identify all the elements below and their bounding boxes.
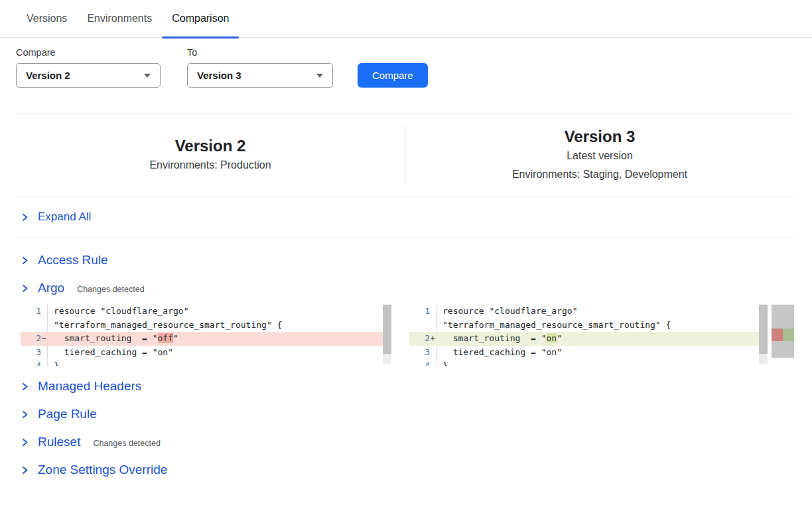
code-text: } [48,359,383,366]
version-left-environments: Environments: Production [149,156,271,175]
line-number-gutter: 3 [409,346,437,360]
code-segment: tiered_caching = "on" [442,347,562,357]
diff-sign [41,319,47,333]
section-title: Argo [38,281,64,295]
scrollbar-thumb[interactable] [383,305,391,354]
to-label: To [187,47,333,58]
section-row-access-rule[interactable]: Access Rule [0,246,812,274]
scrollbar-thumb[interactable] [759,305,768,354]
minimap-removed-marker [772,329,783,341]
chevron-down-icon [316,74,323,78]
code-segment: smart_routing = " [442,333,547,343]
line-number: 1 [425,305,430,319]
version-right-title: Version 3 [565,126,636,147]
diff-sign [430,319,436,333]
code-line: 2− smart_routing = "off" [21,332,383,346]
section-title: Ruleset [38,435,80,449]
diff-sign [430,359,436,366]
diff-sign [430,305,436,319]
code-segment: } [54,360,59,366]
compare-from-select[interactable]: Version 2 [16,63,161,88]
section-row-ruleset[interactable]: RulesetChanges detected [0,428,812,456]
diff-viewer: 1resource "cloudflare_argo""terraform_ma… [21,305,812,366]
section-title: Zone Settings Override [38,463,167,477]
section-row-page-rule[interactable]: Page Rule [0,400,812,428]
section-title: Page Rule [38,407,97,421]
code-line: "terraform_managed_resource_smart_routin… [21,319,383,333]
code-segment: resource "cloudflare_argo" [442,306,578,316]
code-segment: " [173,333,178,343]
tab-comparison[interactable]: Comparison [162,0,239,37]
version-right-column: Version 3 Latest version Environments: S… [405,113,794,196]
line-number-gutter: 4 [21,359,48,366]
compare-from-value: Version 2 [26,70,70,81]
changed-token: off [158,333,173,343]
diff-minimap[interactable] [772,305,794,358]
code-area: 1resource "cloudflare_argo""terraform_ma… [409,305,759,366]
diff-sign: + [430,332,436,346]
minimap-added-marker [783,329,794,341]
version-right-environments: Environments: Staging, Development [512,165,687,184]
code-area: 1resource "cloudflare_argo""terraform_ma… [21,305,383,366]
compare-to-select[interactable]: Version 3 [187,63,333,88]
code-text: tiered_caching = "on" [48,346,383,360]
versions-header: Version 2 Environments: Production Versi… [16,113,794,196]
line-number-gutter: 3 [21,346,48,360]
section-row-managed-headers[interactable]: Managed Headers [0,372,812,400]
section-title: Managed Headers [38,379,141,394]
chevron-right-icon [21,256,29,265]
line-number-gutter [21,319,48,333]
divider [16,238,794,238]
code-segment: resource "cloudflare_argo" [54,306,189,316]
scrollbar-left[interactable] [383,305,391,364]
code-text: tiered_caching = "on" [437,346,759,360]
code-line: 3 tiered_caching = "on" [21,346,383,360]
line-number-gutter [409,319,437,333]
chevron-right-icon [21,410,29,419]
tabs-bar: VersionsEnvironmentsComparison [0,0,812,38]
line-number: 3 [425,346,430,360]
line-number: 1 [36,305,41,319]
line-number-gutter: 1 [21,305,48,319]
changes-detected-badge: Changes detected [93,439,160,448]
chevron-right-icon [21,213,29,222]
line-number: 2 [36,332,41,346]
tab-environments[interactable]: Environments [77,0,162,37]
line-number: 4 [36,359,41,366]
code-text: resource "cloudflare_argo" [437,305,759,319]
compare-button[interactable]: Compare [358,63,428,88]
diff-sign [41,305,47,319]
diff-panel-right: 1resource "cloudflare_argo""terraform_ma… [409,305,768,366]
section-title: Access Rule [38,253,108,267]
expand-all-button[interactable]: Expand All [0,196,812,238]
diff-sign [41,359,47,366]
line-number-gutter: 2+ [409,332,437,346]
scrollbar-right[interactable] [759,305,768,364]
code-line: "terraform_managed_resource_smart_routin… [409,319,759,333]
code-segment: smart_routing = " [54,333,158,343]
compare-to-field: To Version 3 [187,47,333,88]
line-number-gutter: 4 [409,359,437,366]
code-segment: tiered_caching = "on" [54,347,173,357]
code-segment: "terraform_managed_resource_smart_routin… [54,320,282,330]
line-number: 4 [425,359,430,366]
section-row-zone-settings-override[interactable]: Zone Settings Override [0,456,812,484]
chevron-down-icon [144,74,151,78]
section-row-argo[interactable]: ArgoChanges detected [0,274,812,302]
line-number: 3 [36,346,41,360]
diff-sign [41,346,47,360]
compare-label: Compare [16,47,161,58]
code-line: 2+ smart_routing = "on" [409,332,759,346]
code-text: "terraform_managed_resource_smart_routin… [48,319,383,333]
line-number-gutter: 2− [21,332,48,346]
expand-all-label: Expand All [38,210,91,224]
line-number-gutter: 1 [409,305,437,319]
code-line: 4} [409,359,759,366]
code-line: 1resource "cloudflare_argo" [21,305,383,319]
changes-detected-badge: Changes detected [77,285,144,294]
tab-versions[interactable]: Versions [17,0,77,37]
compare-from-field: Compare Version 2 [16,47,161,88]
version-right-latest-label: Latest version [567,147,633,165]
changed-token: on [547,333,557,343]
minimap-change-marker [772,329,794,341]
